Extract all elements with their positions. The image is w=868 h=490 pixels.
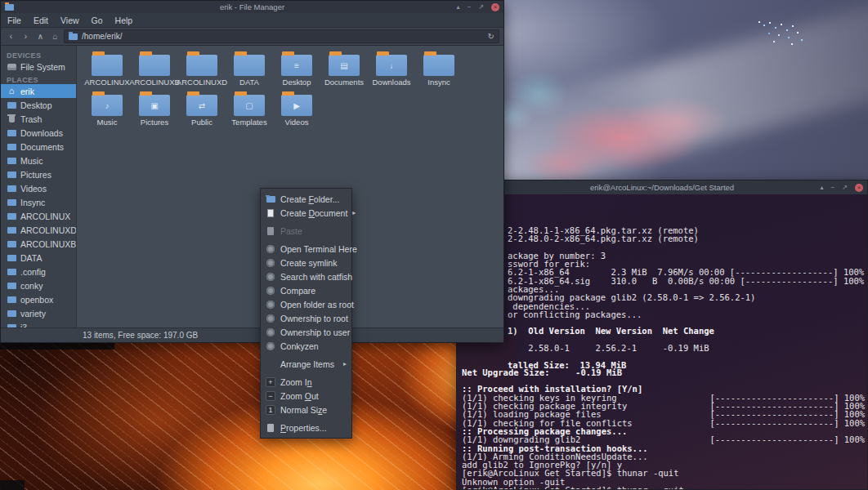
file-manager-titlebar[interactable]: erik - File Manager ▴ − ↗ × bbox=[1, 1, 503, 13]
reload-icon[interactable]: ↻ bbox=[488, 32, 494, 41]
menu-edit[interactable]: Edit bbox=[34, 16, 48, 25]
menu-item-create-document[interactable]: Create Document ▸ bbox=[261, 206, 351, 220]
file-item[interactable]: ♪ Music bbox=[83, 91, 131, 131]
menu-item-zoom-out[interactable]: − Zoom Out bbox=[261, 389, 351, 403]
back-icon[interactable]: ‹ bbox=[5, 32, 17, 41]
menu-item-normal-size[interactable]: 1 Normal Size bbox=[261, 403, 351, 416]
sidebar-item[interactable]: Downloads bbox=[1, 126, 76, 140]
folder-icon bbox=[7, 282, 16, 290]
file-item[interactable]: ARCOLINUX bbox=[83, 51, 131, 91]
file-item-label: Templates bbox=[231, 118, 266, 127]
forward-icon[interactable]: › bbox=[20, 32, 32, 41]
toolbar: ‹ › ∧ ⌂ /home/erik/ ↻ bbox=[1, 28, 503, 46]
file-item[interactable]: ⇄ Public bbox=[178, 91, 226, 131]
image-emblem-icon: ▣ bbox=[139, 95, 170, 116]
terminal-titlebar[interactable]: erik@ArcoLinux:~/Downloads/Get Started ▴… bbox=[457, 180, 867, 194]
shade-icon[interactable]: ▴ bbox=[821, 185, 824, 191]
terminal-line: Net Upgrade Size: -0.19 MiB bbox=[462, 368, 865, 376]
file-item[interactable]: ▣ Pictures bbox=[131, 91, 178, 131]
menu-help[interactable]: Help bbox=[115, 16, 133, 25]
sidebar-item[interactable]: ARCOLINUX bbox=[1, 209, 76, 223]
sidebar-item[interactable]: Trash bbox=[1, 112, 76, 126]
sidebar-item[interactable]: Insync bbox=[1, 195, 76, 209]
menu-item-compare[interactable]: Compare bbox=[261, 283, 351, 297]
file-item[interactable]: ▢ Templates bbox=[226, 91, 273, 131]
sidebar-item[interactable]: DATA bbox=[1, 251, 76, 265]
folder-icon bbox=[7, 254, 16, 262]
sidebar-item-label: conky bbox=[20, 281, 43, 291]
menu-item-zoom-in[interactable]: + Zoom In bbox=[261, 375, 351, 389]
menu-view[interactable]: View bbox=[60, 16, 79, 25]
sidebar-item[interactable]: Videos bbox=[1, 181, 76, 195]
menu-item-ownership-to-user[interactable]: Ownership to user bbox=[261, 325, 351, 339]
sidebar-item[interactable]: Documents bbox=[1, 140, 76, 154]
symlink-icon bbox=[266, 258, 275, 268]
menu-go[interactable]: Go bbox=[92, 16, 103, 25]
sidebar-item-label: Pictures bbox=[20, 170, 51, 180]
menu-item-ownership-to-root[interactable]: Ownership to root bbox=[261, 311, 351, 325]
sidebar-item-label: Desktop bbox=[20, 100, 52, 110]
sidebar-item[interactable]: variety bbox=[1, 306, 76, 320]
minimize-icon[interactable]: − bbox=[831, 185, 835, 191]
minimize-icon[interactable]: − bbox=[468, 4, 472, 11]
file-item[interactable]: ARCOLINUXD bbox=[178, 51, 226, 91]
context-menu: Create Folder... Create Document ▸ Paste… bbox=[260, 188, 352, 439]
folder-icon: ↓ bbox=[376, 55, 407, 76]
up-icon[interactable]: ∧ bbox=[34, 32, 47, 41]
sidebar-item[interactable]: i3 bbox=[1, 320, 76, 327]
menu-item-conkyzen[interactable]: Conkyzen bbox=[261, 339, 351, 353]
sidebar-item[interactable]: ARCOLINUXB bbox=[1, 237, 76, 251]
file-item[interactable]: ▶ Videos bbox=[273, 91, 320, 131]
menu-item-properties[interactable]: Properties... bbox=[261, 421, 351, 434]
maximize-icon[interactable]: ↗ bbox=[842, 185, 848, 191]
menu-item-arrange-items[interactable]: Arrange Items ▸ bbox=[261, 357, 351, 371]
sidebar-item[interactable]: ARCOLINUXD bbox=[1, 223, 76, 237]
sidebar-item[interactable]: openbox bbox=[1, 292, 76, 306]
file-item-label: Videos bbox=[285, 118, 309, 127]
sidebar-places: erik Desktop Trash bbox=[1, 84, 76, 327]
file-item[interactable]: ↓ Downloads bbox=[368, 51, 415, 91]
sidebar-item[interactable]: Desktop bbox=[1, 98, 76, 112]
path-folder-icon bbox=[69, 33, 78, 40]
sidebar-item[interactable]: Music bbox=[1, 154, 76, 167]
folder-icon: ▤ bbox=[329, 55, 360, 76]
close-icon[interactable]: × bbox=[855, 184, 863, 192]
sidebar-item-label: Insync bbox=[20, 198, 45, 207]
sidebar-item-label: Documents bbox=[20, 142, 64, 152]
folder-icon bbox=[7, 101, 16, 109]
root-folder-icon bbox=[266, 300, 275, 310]
file-item[interactable]: ▤ Documents bbox=[320, 51, 368, 91]
menu-item-open-terminal-here[interactable]: Open Terminal Here bbox=[261, 242, 351, 256]
folder-icon bbox=[7, 171, 16, 179]
sidebar-item[interactable]: .config bbox=[1, 265, 76, 278]
sidebar-item[interactable]: erik bbox=[1, 84, 76, 98]
close-icon[interactable]: × bbox=[491, 3, 499, 11]
sidebar-item[interactable]: conky bbox=[1, 278, 76, 292]
menubar: File Edit View Go Help bbox=[1, 13, 503, 28]
terminal-line: 2-2.48.0-2-x86_64.pkg.tar.xz (remote) bbox=[508, 234, 864, 243]
terminal-output[interactable]: 2-2.48.1-1-x86_64.pkg.tar.xz (remote)2-2… bbox=[457, 194, 867, 489]
menu-item-create-symlink[interactable]: Create symlink bbox=[261, 256, 351, 270]
menu-item-search-with-catfish[interactable]: Search with catfish bbox=[261, 270, 351, 283]
terminal-line: [erik@ArcoLinux Get Started]$ thunar --q… bbox=[462, 486, 865, 489]
folder-emblem bbox=[234, 55, 265, 76]
sidebar-item[interactable]: Pictures bbox=[1, 167, 76, 181]
path-bar[interactable]: /home/erik/ ↻ bbox=[64, 29, 499, 43]
sidebar-item-file-system[interactable]: File System bbox=[1, 60, 76, 74]
file-item[interactable]: ARCOLINUXB bbox=[131, 51, 178, 91]
menu-item-create-folder[interactable]: Create Folder... bbox=[261, 192, 351, 206]
ownership-icon bbox=[266, 314, 275, 323]
menu-file[interactable]: File bbox=[7, 16, 21, 25]
folder-icon: ≡ bbox=[281, 55, 312, 76]
menu-item-open-folder-as-root[interactable]: Open folder as root bbox=[261, 297, 351, 311]
file-item-label: Insync bbox=[427, 78, 450, 87]
home-icon[interactable]: ⌂ bbox=[49, 32, 61, 41]
shade-icon[interactable]: ▴ bbox=[457, 4, 460, 11]
file-item[interactable]: ≡ Desktop bbox=[273, 51, 320, 91]
file-item[interactable]: Insync bbox=[415, 51, 463, 91]
file-item-label: ARCOLINUXB bbox=[129, 78, 180, 87]
desktop: erik@ArcoLinux:~/Downloads/Get Started ▴… bbox=[0, 0, 868, 490]
file-item-label: Desktop bbox=[283, 78, 311, 87]
maximize-icon[interactable]: ↗ bbox=[478, 4, 484, 11]
file-item[interactable]: DATA bbox=[226, 51, 273, 91]
